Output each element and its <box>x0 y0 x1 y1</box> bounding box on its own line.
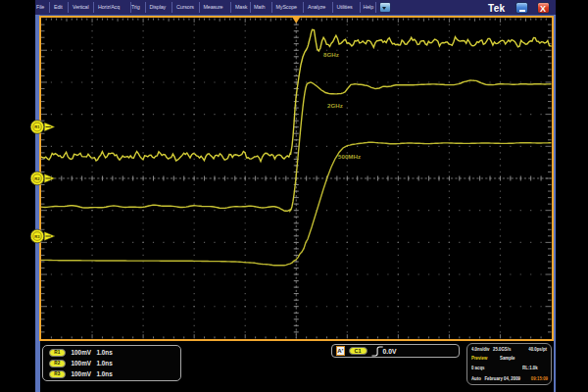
svg-text:R3: R3 <box>34 234 40 239</box>
svg-text:R1: R1 <box>34 124 40 129</box>
svg-text:R2: R2 <box>34 176 40 181</box>
svg-text:8GHz: 8GHz <box>323 51 339 58</box>
svg-text:500MHz: 500MHz <box>338 153 361 160</box>
svg-text:2GHz: 2GHz <box>327 102 343 109</box>
